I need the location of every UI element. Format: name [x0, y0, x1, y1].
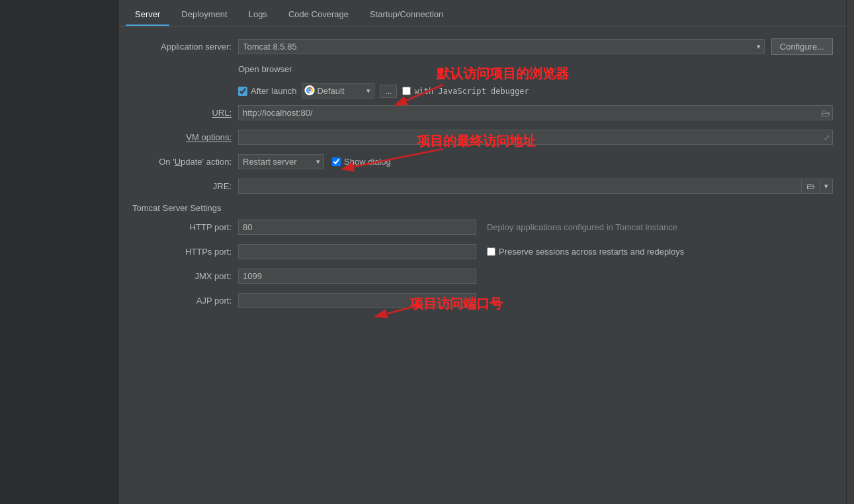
after-launch-row: After launch Default — [238, 83, 833, 99]
vm-input-wrap: ⤢ — [238, 130, 833, 145]
vm-options-row: VM options: ⤢ — [132, 130, 833, 145]
jre-input-wrap: 🗁 ▾ — [238, 179, 833, 194]
show-dialog-checkbox[interactable] — [332, 157, 341, 166]
with-js-wrap: with JavaScript debugger — [402, 87, 529, 96]
with-js-label: with JavaScript debugger — [414, 87, 529, 96]
show-dialog-label: Show dialog — [344, 157, 391, 167]
ajp-port-label: AJP port: — [132, 296, 238, 306]
tab-bar: Server Deployment Logs Code Coverage Sta… — [119, 0, 846, 26]
app-server-select-wrap: Tomcat 8.5.85 — [238, 39, 765, 54]
url-row: URL: 🗁 — [132, 105, 833, 120]
preserve-sessions-checkbox[interactable] — [487, 247, 495, 256]
configure-button[interactable]: Configure... — [771, 38, 833, 55]
browser-select-wrap: Default — [302, 83, 374, 99]
sidebar — [0, 0, 119, 504]
show-dialog-wrap: Show dialog — [332, 157, 391, 167]
http-port-input[interactable] — [238, 220, 476, 235]
open-browser-label: Open browser — [238, 64, 292, 74]
tab-logs[interactable]: Logs — [239, 5, 277, 26]
jmx-port-label: JMX port: — [132, 271, 238, 281]
https-port-input[interactable] — [238, 244, 476, 259]
app-server-row: Application server: Tomcat 8.5.85 Config… — [132, 38, 833, 55]
http-port-row: HTTP port: Deploy applications configure… — [132, 220, 833, 235]
on-update-select[interactable]: Restart server — [238, 154, 324, 169]
jmx-port-input[interactable] — [238, 269, 476, 284]
app-server-label: Application server: — [132, 42, 238, 52]
scrollbar[interactable] — [846, 0, 854, 504]
main-panel: Server Deployment Logs Code Coverage Sta… — [119, 0, 846, 504]
url-input[interactable] — [238, 105, 833, 120]
form-area: Application server: Tomcat 8.5.85 Config… — [119, 26, 846, 504]
tab-code-coverage[interactable]: Code Coverage — [279, 5, 358, 26]
on-update-row: On 'Update' action: Restart server Show … — [132, 154, 833, 169]
tab-deployment[interactable]: Deployment — [172, 5, 236, 26]
url-label: URL: — [132, 108, 238, 118]
tomcat-section-title-row: Tomcat Server Settings — [132, 203, 833, 213]
jmx-port-row: JMX port: — [132, 269, 833, 284]
after-launch-checkbox-wrap: After launch — [238, 86, 296, 96]
dots-button[interactable]: ... — [380, 85, 397, 98]
open-browser-section: Open browser — [132, 64, 833, 79]
ajp-port-input[interactable] — [238, 293, 476, 308]
on-update-label: On 'Update' action: — [132, 157, 238, 167]
https-port-label: HTTPs port: — [132, 247, 238, 257]
jre-folder-button[interactable]: 🗁 — [802, 179, 820, 194]
with-js-checkbox[interactable] — [402, 87, 411, 95]
jre-dropdown-button[interactable]: ▾ — [820, 179, 833, 194]
deploy-text: Deploy applications configured in Tomcat… — [487, 222, 677, 232]
preserve-sessions-label: Preserve sessions across restarts and re… — [499, 247, 684, 257]
tab-startup-connection[interactable]: Startup/Connection — [361, 5, 452, 26]
browser-select[interactable]: Default — [302, 83, 374, 99]
tomcat-section-title: Tomcat Server Settings — [132, 203, 221, 213]
after-launch-checkbox[interactable] — [238, 87, 247, 96]
jre-label: JRE: — [132, 181, 238, 191]
on-update-select-wrap: Restart server — [238, 154, 324, 169]
https-port-row: HTTPs port: Preserve sessions across res… — [132, 244, 833, 259]
jre-input[interactable] — [238, 179, 802, 194]
tab-server[interactable]: Server — [126, 5, 169, 26]
preserve-sessions-wrap: Preserve sessions across restarts and re… — [487, 247, 684, 257]
ajp-port-row: AJP port: — [132, 293, 833, 308]
app-server-select[interactable]: Tomcat 8.5.85 — [238, 39, 765, 54]
url-input-wrap: 🗁 — [238, 105, 833, 120]
jre-row: JRE: 🗁 ▾ — [132, 179, 833, 194]
vm-options-label: VM options: — [132, 132, 238, 142]
vm-options-input[interactable] — [238, 130, 833, 145]
after-launch-label: After launch — [251, 86, 296, 96]
http-port-label: HTTP port: — [132, 222, 238, 232]
